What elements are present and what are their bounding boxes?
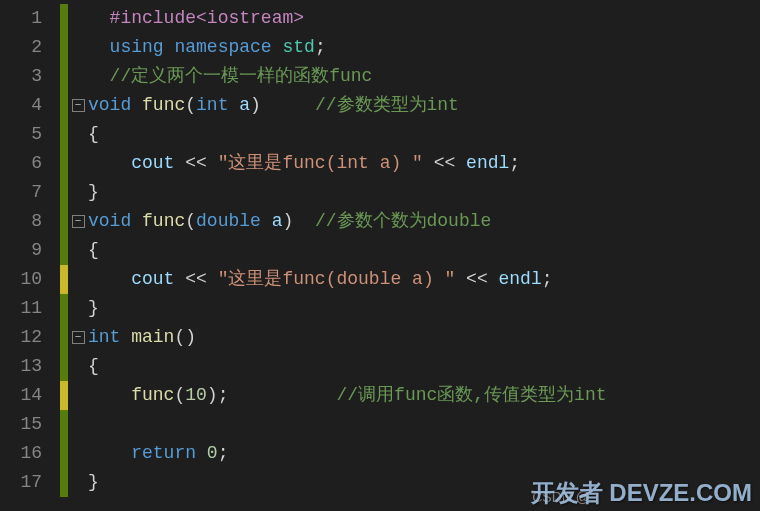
code-line: { bbox=[88, 236, 760, 265]
fold-toggle[interactable]: − bbox=[72, 331, 85, 344]
fold-cell bbox=[68, 33, 88, 62]
line-number: 11 bbox=[0, 294, 60, 323]
fold-toggle[interactable]: − bbox=[72, 99, 85, 112]
code-line: cout << "这里是func(int a) " << endl; bbox=[88, 149, 760, 178]
change-marker-column bbox=[60, 0, 68, 511]
watermark-devze: 开发者 DEVZE.COM bbox=[531, 477, 752, 509]
fold-cell bbox=[68, 352, 88, 381]
line-number: 2 bbox=[0, 33, 60, 62]
line-number: 6 bbox=[0, 149, 60, 178]
fold-cell bbox=[68, 149, 88, 178]
line-number: 15 bbox=[0, 410, 60, 439]
line-number: 4 bbox=[0, 91, 60, 120]
fold-cell bbox=[68, 294, 88, 323]
line-number: 13 bbox=[0, 352, 60, 381]
fold-cell bbox=[68, 439, 88, 468]
comment: //定义两个一模一样的函数func bbox=[110, 66, 373, 86]
fold-column: −−− bbox=[68, 0, 88, 511]
change-marker bbox=[60, 439, 68, 468]
change-marker bbox=[60, 265, 68, 294]
fold-cell bbox=[68, 62, 88, 91]
change-marker bbox=[60, 120, 68, 149]
code-line: void func(int a) //参数类型为int bbox=[88, 91, 760, 120]
line-number: 10 bbox=[0, 265, 60, 294]
fold-cell bbox=[68, 381, 88, 410]
change-marker bbox=[60, 62, 68, 91]
line-number: 5 bbox=[0, 120, 60, 149]
line-number: 9 bbox=[0, 236, 60, 265]
code-line: } bbox=[88, 294, 760, 323]
fold-cell bbox=[68, 120, 88, 149]
fold-cell: − bbox=[68, 91, 88, 120]
change-marker bbox=[60, 149, 68, 178]
code-line: using namespace std; bbox=[88, 33, 760, 62]
code-line: return 0; bbox=[88, 439, 760, 468]
change-marker bbox=[60, 91, 68, 120]
code-line: { bbox=[88, 352, 760, 381]
code-area[interactable]: #include<iostream> using namespace std; … bbox=[88, 0, 760, 511]
change-marker bbox=[60, 294, 68, 323]
code-line: { bbox=[88, 120, 760, 149]
string-literal: "这里是func(int a) " bbox=[218, 153, 423, 173]
line-number: 14 bbox=[0, 381, 60, 410]
code-line: cout << "这里是func(double a) " << endl; bbox=[88, 265, 760, 294]
preprocessor: #include bbox=[110, 8, 196, 28]
fold-cell bbox=[68, 236, 88, 265]
line-number: 3 bbox=[0, 62, 60, 91]
comment: //调用func函数,传值类型为int bbox=[337, 385, 607, 405]
fold-cell bbox=[68, 265, 88, 294]
fold-cell: − bbox=[68, 207, 88, 236]
fold-cell bbox=[68, 468, 88, 497]
code-line: func(10); //调用func函数,传值类型为int bbox=[88, 381, 760, 410]
change-marker bbox=[60, 468, 68, 497]
change-marker bbox=[60, 323, 68, 352]
comment: //参数个数为double bbox=[315, 211, 491, 231]
change-marker bbox=[60, 236, 68, 265]
code-line: void func(double a) //参数个数为double bbox=[88, 207, 760, 236]
line-number: 8 bbox=[0, 207, 60, 236]
string-literal: "这里是func(double a) " bbox=[218, 269, 456, 289]
code-editor: 1234567891011121314151617 −−− #include<i… bbox=[0, 0, 760, 511]
change-marker bbox=[60, 4, 68, 33]
change-marker bbox=[60, 33, 68, 62]
line-number: 12 bbox=[0, 323, 60, 352]
code-line: } bbox=[88, 178, 760, 207]
line-number: 17 bbox=[0, 468, 60, 497]
fold-cell bbox=[68, 410, 88, 439]
change-marker bbox=[60, 207, 68, 236]
fold-cell: − bbox=[68, 323, 88, 352]
comment: //参数类型为int bbox=[315, 95, 459, 115]
code-line: int main() bbox=[88, 323, 760, 352]
fold-cell bbox=[68, 178, 88, 207]
code-line bbox=[88, 410, 760, 439]
line-number: 7 bbox=[0, 178, 60, 207]
code-line: //定义两个一模一样的函数func bbox=[88, 62, 760, 91]
change-marker bbox=[60, 178, 68, 207]
fold-toggle[interactable]: − bbox=[72, 215, 85, 228]
code-line: #include<iostream> bbox=[88, 4, 760, 33]
line-number: 1 bbox=[0, 4, 60, 33]
change-marker bbox=[60, 381, 68, 410]
change-marker bbox=[60, 352, 68, 381]
line-number: 16 bbox=[0, 439, 60, 468]
line-number-gutter: 1234567891011121314151617 bbox=[0, 0, 60, 511]
fold-cell bbox=[68, 4, 88, 33]
change-marker bbox=[60, 410, 68, 439]
